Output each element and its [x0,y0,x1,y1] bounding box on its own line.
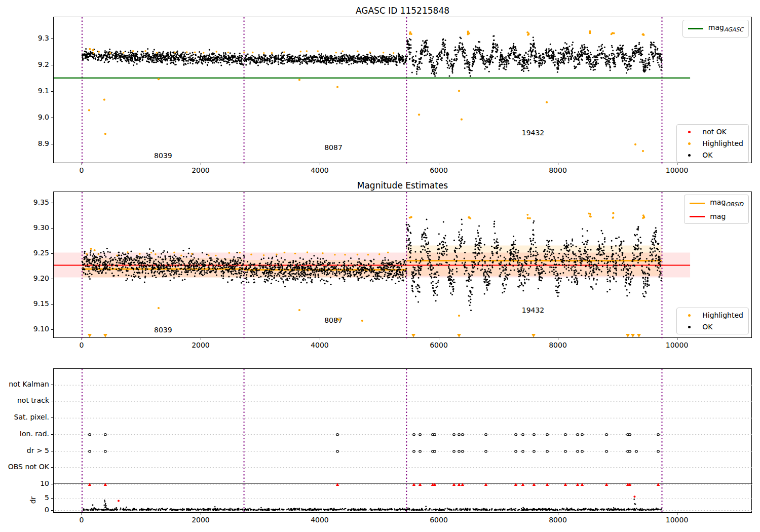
ok-point [576,258,577,259]
ok-point [135,256,137,258]
ok-point [146,261,148,262]
ok-point [218,263,220,265]
red-dot-swatch [688,131,691,133]
ok-point [206,270,208,272]
ok-point [362,269,363,270]
dr-point [305,509,306,511]
ok-point [123,259,124,260]
ok-point [567,254,569,255]
ok-point [318,61,320,63]
ok-point [482,56,484,58]
ok-point [641,252,643,253]
ok-point [236,62,238,64]
ok-point [272,55,273,56]
ok-point [82,260,83,262]
ok-point [543,263,545,264]
ok-point [430,54,432,56]
ok-point [605,65,607,67]
y-tick-label: OBS not OK [8,463,49,471]
ok-point [272,60,273,61]
ok-point [378,279,380,280]
ok-point [629,55,631,57]
ok-point [581,254,582,255]
ok-point [647,67,648,68]
ok-point [502,284,504,285]
ok-point [212,62,213,64]
ok-point [448,268,450,269]
ok-point [601,57,602,59]
ok-point [645,63,647,64]
ok-point [445,40,446,41]
ok-point [625,278,627,280]
ok-point [328,269,329,270]
dr-point [202,508,204,510]
ok-point [448,67,450,69]
ok-point [362,62,363,64]
ok-point [405,276,406,278]
ok-point [524,55,525,56]
ok-point [170,256,171,257]
ok-point [628,278,629,280]
ok-point [383,56,385,57]
highlighted-point [357,254,358,255]
ok-point [312,271,313,273]
ok-point [238,59,240,61]
ok-point [458,50,460,52]
ok-point [539,280,541,281]
ok-point [525,64,526,65]
ok-point [651,253,653,255]
ok-point [513,251,515,252]
dr-point [425,506,427,507]
ok-point [399,61,400,62]
dr-point [321,509,322,510]
ok-point [254,274,256,275]
ok-point [423,48,425,50]
ok-point [218,262,219,264]
ok-point [462,262,463,264]
ok-point [451,279,452,281]
ok-point [574,59,576,61]
ok-point [527,53,529,55]
ok-point [623,261,624,262]
ok-point [153,51,154,53]
ok-point [148,61,149,63]
ok-point [154,275,156,276]
ok-point [560,59,561,61]
ok-point [579,61,580,63]
dr-point [363,509,364,511]
ok-point [134,59,136,60]
ok-point [544,62,545,64]
dr-point [260,507,262,509]
ok-point [323,55,324,57]
ok-point [644,278,646,280]
x-tick [201,513,201,515]
ok-point [282,57,283,58]
ok-point [581,261,583,262]
ok-point [413,64,415,66]
ok-point [473,271,475,273]
ok-point [157,61,159,62]
ok-point [299,54,301,56]
ok-point [484,261,486,262]
ok-point [383,269,385,271]
dr-point [262,510,263,511]
ok-point [369,270,370,271]
ok-point [304,270,306,272]
ok-point [339,278,340,280]
ok-point [280,277,282,279]
ok-point [176,258,178,260]
ok-point [524,276,526,278]
ok-point [192,270,194,271]
flag-event-point [564,450,566,452]
ok-point [220,271,222,273]
ok-point [628,63,630,65]
ok-point [226,264,227,265]
ok-point [104,50,106,52]
ok-point [621,247,623,249]
ok-point [315,269,316,270]
ok-point [238,259,239,261]
ok-point [340,60,342,62]
ok-point [459,234,460,236]
ok-point [272,268,273,269]
ok-point [300,282,302,283]
